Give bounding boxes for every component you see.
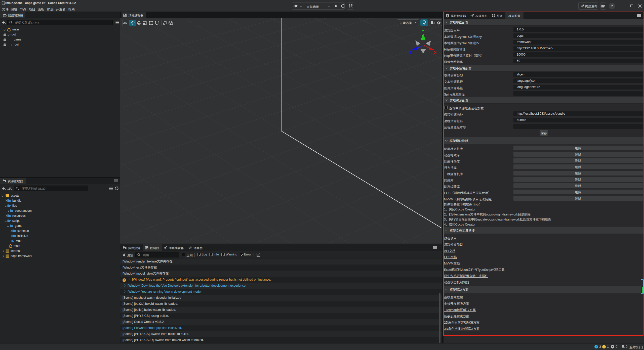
svg-text:Z: Z: [409, 50, 412, 55]
svg-text:X: X: [434, 50, 436, 55]
svg-text:Y: Y: [422, 29, 424, 33]
